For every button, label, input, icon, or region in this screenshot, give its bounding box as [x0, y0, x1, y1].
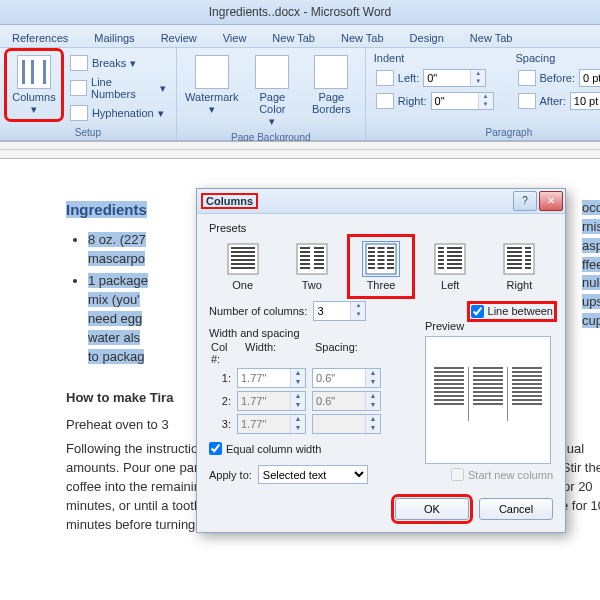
spacing-before-spin[interactable]: ▲▼	[579, 69, 600, 87]
spacing-after-spin[interactable]: ▲▼	[570, 92, 600, 110]
tab-newtab-2[interactable]: New Tab	[335, 29, 390, 47]
tab-newtab-1[interactable]: New Tab	[266, 29, 321, 47]
preset-left[interactable]: Left	[421, 238, 480, 295]
preset-one[interactable]: One	[213, 238, 272, 295]
rt4: nule	[582, 275, 600, 290]
line-numbers-icon	[70, 80, 87, 96]
page-color-button[interactable]: Page Color▾	[247, 52, 298, 130]
spacing-after-icon	[518, 93, 536, 109]
indent-left-label: Left:	[398, 72, 419, 84]
spacing-before-row: Before: ▲▼	[516, 68, 600, 88]
dialog-title: Columns	[203, 195, 256, 207]
watermark-label: Watermark	[185, 91, 238, 103]
dialog-close-button[interactable]: ✕	[539, 191, 563, 211]
preview-label: Preview	[425, 320, 551, 332]
tab-references[interactable]: References	[6, 29, 74, 47]
spacing-after-label: After:	[540, 95, 566, 107]
spacing-before-icon	[518, 70, 536, 86]
rt3: ffee	[582, 257, 600, 272]
rt0: ocola	[582, 200, 600, 215]
spacing-after-row: After: ▲▼	[516, 91, 600, 111]
rt1: rnish	[582, 219, 600, 234]
preset-two[interactable]: Two	[282, 238, 341, 295]
start-new-label: Start new column	[468, 469, 553, 481]
columns-button[interactable]: Columns▾	[8, 52, 60, 118]
breaks-button[interactable]: Breaks ▾	[68, 54, 168, 72]
indent-right-row: Right: ▲▼	[374, 91, 496, 111]
preset-left-label: Left	[441, 279, 459, 291]
numcols-label: Number of columns:	[209, 305, 307, 317]
tab-review[interactable]: Review	[155, 29, 203, 47]
li2b: mix (you'	[88, 292, 140, 307]
window-title: Ingredients..docx - Microsoft Word	[209, 5, 392, 19]
li2a: 1 package	[88, 273, 148, 288]
watermark-icon	[195, 55, 229, 89]
indent-right-input[interactable]	[432, 93, 478, 109]
preset-right[interactable]: Right	[490, 238, 549, 295]
spacing-before-input[interactable]	[580, 70, 600, 86]
indent-right-label: Right:	[398, 95, 427, 107]
equal-width-label: Equal column width	[226, 443, 321, 455]
horizontal-ruler[interactable]	[0, 141, 600, 159]
dialog-titlebar[interactable]: Columns ? ✕	[197, 189, 565, 214]
line-numbers-button[interactable]: Line Numbers ▾	[68, 75, 168, 101]
equal-width-checkbox[interactable]: Equal column width	[209, 442, 419, 455]
preset-one-label: One	[232, 279, 253, 291]
width-spacing-label: Width and spacing	[209, 327, 419, 339]
rt6: cup	[582, 313, 600, 328]
dialog-help-button[interactable]: ?	[513, 191, 537, 211]
watermark-button[interactable]: Watermark▾	[185, 52, 239, 118]
rt5: ups.	[582, 294, 600, 309]
ribbon-tabs: References Mailings Review View New Tab …	[0, 25, 600, 48]
width-hdr: Width:	[245, 341, 307, 365]
rt2: asp	[582, 238, 600, 253]
tab-mailings[interactable]: Mailings	[88, 29, 140, 47]
line-numbers-label: Line Numbers	[91, 76, 156, 100]
hyphenation-label: Hyphenation	[92, 107, 154, 119]
line-between-label: Line between	[488, 305, 553, 317]
li1b: mascarpo	[88, 251, 145, 266]
page-borders-label: Page Borders	[309, 91, 354, 115]
indent-left-spin[interactable]: ▲▼	[423, 69, 486, 87]
row1-width[interactable]: ▲▼	[237, 368, 306, 388]
spacing-label: Spacing	[516, 52, 600, 64]
cancel-button[interactable]: Cancel	[479, 498, 553, 520]
page-color-label: Page Color	[259, 91, 285, 115]
preset-three[interactable]: Three	[351, 238, 410, 295]
indent-label: Indent	[374, 52, 496, 64]
preset-two-label: Two	[302, 279, 322, 291]
tab-view[interactable]: View	[217, 29, 253, 47]
li1a: 8 oz. (227	[88, 232, 146, 247]
equal-width-input[interactable]	[209, 442, 222, 455]
preset-right-label: Right	[507, 279, 533, 291]
breaks-icon	[70, 55, 88, 71]
group-paragraph-label: Paragraph	[374, 125, 600, 138]
page-borders-button[interactable]: Page Borders	[306, 52, 357, 118]
indent-left-row: Left: ▲▼	[374, 68, 496, 88]
presets-label: Presets	[209, 222, 553, 234]
spacing-after-input[interactable]	[571, 93, 600, 109]
row3-spacing: ▲▼	[312, 414, 381, 434]
tab-design[interactable]: Design	[404, 29, 450, 47]
tab-newtab-3[interactable]: New Tab	[464, 29, 519, 47]
hyphenation-button[interactable]: Hyphenation ▾	[68, 104, 168, 122]
indent-left-input[interactable]	[424, 70, 470, 86]
line-between-checkbox[interactable]: Line between	[471, 305, 553, 318]
columns-label: Columns	[12, 91, 55, 103]
start-new-input	[451, 468, 464, 481]
line-between-input[interactable]	[471, 305, 484, 318]
numcols-spin[interactable]: ▲▼	[313, 301, 366, 321]
preset-three-label: Three	[367, 279, 396, 291]
li2e: to packag	[88, 349, 144, 364]
indent-right-spin[interactable]: ▲▼	[431, 92, 494, 110]
col-hdr: Col #:	[211, 341, 237, 365]
ok-button[interactable]: OK	[395, 498, 469, 520]
page-borders-icon	[314, 55, 348, 89]
numcols-input[interactable]	[314, 302, 350, 320]
applyto-select[interactable]: Selected text	[258, 465, 368, 484]
row3-num: 3:	[209, 418, 231, 430]
row1-num: 1:	[209, 372, 231, 384]
doc-heading: Ingredients	[66, 201, 147, 218]
row3-width: ▲▼	[237, 414, 306, 434]
row1-spacing[interactable]: ▲▼	[312, 368, 381, 388]
